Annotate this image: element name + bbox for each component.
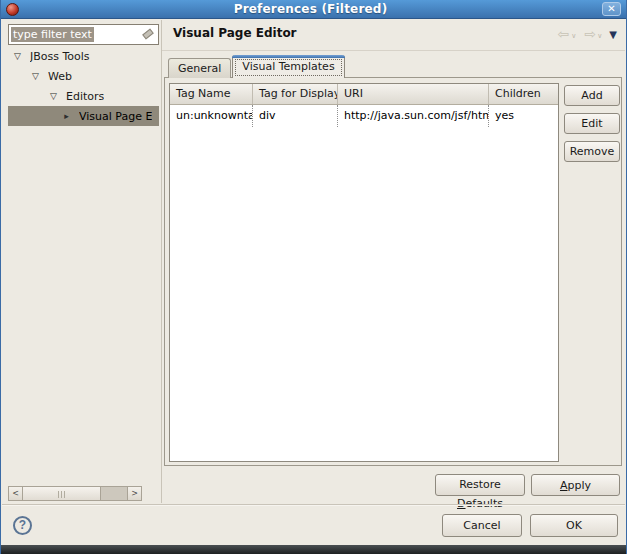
filter-input[interactable]: type filter text [8,24,159,45]
scroll-right-icon[interactable]: > [127,487,141,500]
window-title: Preferences (Filtered) [19,2,602,16]
tree-item-editors[interactable]: ▽ Editors [8,86,159,106]
tree-item-label: Editors [66,90,104,103]
close-icon[interactable]: ✕ [602,2,621,16]
remove-button[interactable]: Remove [564,141,620,162]
table-row[interactable]: un:unknowntag div http://java.sun.com/js… [170,105,558,127]
preferences-dialog: Preferences (Filtered) ✕ type filter tex… [0,0,627,554]
help-icon[interactable]: ? [13,516,32,535]
cell-uri: http://java.sun.com/jsf/html [338,105,489,127]
cancel-button[interactable]: Cancel [442,514,522,537]
filter-input-value: type filter text [11,27,94,42]
tree-item-label: Visual Page E [79,110,152,123]
titlebar[interactable]: Preferences (Filtered) ✕ [1,0,626,19]
clear-filter-icon[interactable] [142,29,154,40]
header-separator [162,50,625,51]
tab-bar: General Visual Templates [168,55,346,78]
footer-separator [2,504,625,506]
expander-open-icon[interactable]: ▽ [47,91,60,101]
column-header-children[interactable]: Children [489,84,558,104]
templates-table[interactable]: Tag Name Tag for Display URI Children un… [169,83,559,462]
cell-tag-name: un:unknowntag [170,105,253,127]
tree-item-web[interactable]: ▽ Web [8,66,159,86]
apply-label-rest: pply [568,479,592,492]
tab-general[interactable]: General [168,58,231,78]
apply-mnemonic: A [560,479,568,492]
tab-visual-templates[interactable]: Visual Templates [232,55,344,78]
add-button[interactable]: Add [564,85,620,106]
preferences-tree: ▽ JBoss Tools ▽ Web ▽ Editors ▸ Visual P… [8,46,159,126]
back-icon[interactable]: ⇦ [558,27,570,41]
forward-icon[interactable]: ⇨ [584,27,596,41]
restore-defaults-label: Restore [459,478,501,491]
tab-content-panel: Tag Name Tag for Display URI Children un… [164,77,622,466]
scroll-left-icon[interactable]: < [9,487,23,500]
history-nav: ⇦ ∨ ⇨ ∨ ▼ [558,27,617,41]
forward-dropdown-icon[interactable]: ∨ [597,32,602,40]
apply-button[interactable]: Apply [531,474,620,496]
tree-item-label: JBoss Tools [30,50,90,63]
tree-item-visual-page-editor[interactable]: ▸ Visual Page E [8,106,159,126]
back-dropdown-icon[interactable]: ∨ [571,32,576,40]
app-icon [6,3,19,16]
tree-item-label: Web [48,70,72,83]
page-title: Visual Page Editor [173,26,297,40]
expander-open-icon[interactable]: ▽ [29,71,42,81]
table-actions: Add Edit Remove [564,85,620,169]
tree-horizontal-scrollbar[interactable]: < > [8,486,142,501]
view-menu-icon[interactable]: ▼ [609,29,617,40]
column-header-uri[interactable]: URI [338,84,489,104]
expander-closed-icon[interactable]: ▸ [60,111,73,121]
expander-open-icon[interactable]: ▽ [11,51,24,61]
ok-button[interactable]: OK [530,514,618,537]
scrollbar-thumb[interactable] [23,487,101,500]
tree-item-jboss-tools[interactable]: ▽ JBoss Tools [8,46,159,66]
edit-button[interactable]: Edit [564,113,620,134]
cell-children: yes [489,105,558,127]
column-header-tag-for-display[interactable]: Tag for Display [253,84,338,104]
panel-divider[interactable] [161,20,162,503]
table-header: Tag Name Tag for Display URI Children [170,84,558,105]
cell-tag-for-display: div [253,105,338,127]
column-header-tag-name[interactable]: Tag Name [170,84,253,104]
window-bottom-edge [1,545,626,554]
restore-defaults-button[interactable]: Restore Defaults [435,474,525,496]
